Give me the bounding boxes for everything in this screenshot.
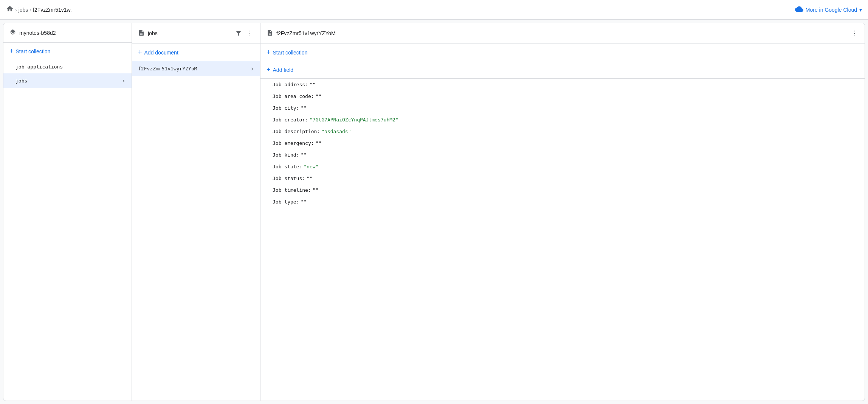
field-value[interactable]: "" xyxy=(316,140,322,146)
doc-item-label: f2FvzZmr51v1wyrYZYoM xyxy=(138,66,250,71)
right-panel-title: f2FvzZmr51v1wyrYZYoM xyxy=(276,30,847,36)
middle-panel-header: jobs ⋮ xyxy=(132,23,260,44)
field-key: Job city: xyxy=(273,105,299,111)
left-panel-header: mynotes-b58d2 xyxy=(3,23,132,43)
jobs-chevron-icon: › xyxy=(122,77,126,84)
breadcrumb-sep-1: › xyxy=(15,7,17,13)
breadcrumb: › jobs › f2FvzZmr51v1w. xyxy=(6,5,72,14)
right-panel-actions: ⋮ xyxy=(850,28,859,38)
more-options-icon-right[interactable]: ⋮ xyxy=(850,28,859,38)
add-document-label: Add document xyxy=(144,50,178,56)
field-row: Job state: "new" xyxy=(260,161,865,172)
plus-icon-right-collection: + xyxy=(267,48,271,56)
breadcrumb-jobs[interactable]: jobs xyxy=(19,7,28,13)
field-row: Job emergency: "" xyxy=(260,137,865,149)
start-collection-label-right: Start collection xyxy=(273,50,308,56)
add-field-label: Add field xyxy=(273,67,293,73)
sidebar-item-job-applications[interactable]: job applications xyxy=(3,60,132,73)
chevron-down-icon: ▾ xyxy=(859,7,862,13)
middle-panel: jobs ⋮ + Add document f2FvzZmr51v1wyrYZY… xyxy=(132,23,260,401)
field-value[interactable]: "asdasads" xyxy=(321,129,351,134)
plus-icon-right-field: + xyxy=(267,66,271,74)
right-panel-body: + Start collection + Add field Job addre… xyxy=(260,44,865,401)
doc-icon-right xyxy=(267,30,273,37)
field-row: Job kind: "" xyxy=(260,149,865,161)
cloud-icon xyxy=(795,5,803,14)
doc-item-chevron: › xyxy=(250,65,254,72)
top-nav: › jobs › f2FvzZmr51v1w. More in Google C… xyxy=(0,0,868,20)
field-row: Job status: "" xyxy=(260,172,865,184)
start-collection-label-left: Start collection xyxy=(16,48,51,54)
field-key: Job address: xyxy=(273,82,308,87)
field-row: Job timeline: "" xyxy=(260,184,865,196)
plus-icon-middle: + xyxy=(138,48,142,56)
middle-panel-title: jobs xyxy=(148,30,231,36)
field-key: Job creator: xyxy=(273,117,308,123)
field-key: Job kind: xyxy=(273,152,299,158)
home-icon[interactable] xyxy=(6,5,14,14)
field-row: Job address: "" xyxy=(260,79,865,90)
field-key: Job description: xyxy=(273,129,320,134)
field-value[interactable]: "" xyxy=(310,82,316,87)
field-value[interactable]: "new" xyxy=(304,164,318,169)
field-value[interactable]: "" xyxy=(301,152,307,158)
right-panel: f2FvzZmr51v1wyrYZYoM ⋮ + Start collectio… xyxy=(260,23,865,401)
field-row: Job description: "asdasads" xyxy=(260,126,865,137)
left-panel-title: mynotes-b58d2 xyxy=(19,30,126,36)
doc-collection-icon xyxy=(138,30,145,37)
field-value[interactable]: "" xyxy=(313,187,319,193)
fields-container: Job address: ""Job area code: ""Job city… xyxy=(260,79,865,208)
field-value[interactable]: "7GtG7APNaiOZcYnqPAJtmes7uhM2" xyxy=(310,117,398,123)
more-options-icon-middle[interactable]: ⋮ xyxy=(246,28,254,38)
middle-panel-body: + Add document f2FvzZmr51v1wyrYZYoM › xyxy=(132,44,260,401)
filter-icon[interactable] xyxy=(234,29,243,37)
more-in-google-cloud[interactable]: More in Google Cloud ▾ xyxy=(795,5,862,14)
field-key: Job timeline: xyxy=(273,187,311,193)
breadcrumb-sep-2: › xyxy=(29,7,31,13)
add-field-button[interactable]: + Add field xyxy=(260,61,865,79)
middle-panel-actions: ⋮ xyxy=(234,28,254,38)
field-row: Job type: "" xyxy=(260,196,865,208)
left-panel-body: + Start collection job applications jobs… xyxy=(3,43,132,401)
sidebar-item-jobs[interactable]: jobs › xyxy=(3,73,132,88)
breadcrumb-current: f2FvzZmr51v1w. xyxy=(33,7,72,13)
doc-item-f2fvz[interactable]: f2FvzZmr51v1wyrYZYoM › xyxy=(132,61,260,76)
field-key: Job type: xyxy=(273,199,299,205)
main-content: mynotes-b58d2 + Start collection job app… xyxy=(3,23,865,401)
right-panel-header: f2FvzZmr51v1wyrYZYoM ⋮ xyxy=(260,23,865,44)
start-collection-button-left[interactable]: + Start collection xyxy=(3,43,132,60)
field-row: Job area code: "" xyxy=(260,90,865,102)
job-applications-label: job applications xyxy=(16,64,126,70)
plus-icon-left: + xyxy=(9,47,14,55)
left-panel: mynotes-b58d2 + Start collection job app… xyxy=(3,23,132,401)
field-value[interactable]: "" xyxy=(316,93,322,99)
field-row: Job city: "" xyxy=(260,102,865,114)
field-value[interactable]: "" xyxy=(307,176,313,181)
field-key: Job emergency: xyxy=(273,140,314,146)
field-value[interactable]: "" xyxy=(301,105,307,111)
add-document-button[interactable]: + Add document xyxy=(132,44,260,61)
layers-icon xyxy=(9,29,16,37)
field-key: Job status: xyxy=(273,176,305,181)
jobs-label: jobs xyxy=(16,78,122,84)
field-value[interactable]: "" xyxy=(301,199,307,205)
field-row: Job creator: "7GtG7APNaiOZcYnqPAJtmes7uh… xyxy=(260,114,865,126)
field-key: Job state: xyxy=(273,164,302,169)
field-key: Job area code: xyxy=(273,93,314,99)
start-collection-button-right[interactable]: + Start collection xyxy=(260,44,865,61)
more-google-cloud-label: More in Google Cloud xyxy=(806,7,857,13)
